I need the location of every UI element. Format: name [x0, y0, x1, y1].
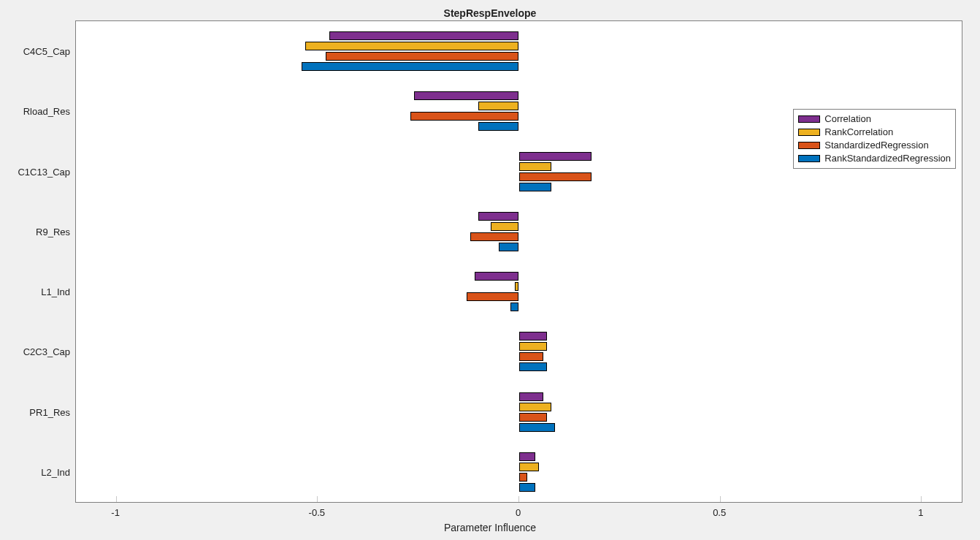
bar — [519, 483, 535, 492]
legend-item: RankStandardizedRegression — [798, 152, 951, 165]
bar — [519, 473, 527, 482]
x-tick-label: 0.5 — [713, 507, 726, 518]
legend-swatch — [798, 155, 820, 162]
legend-item: Correlation — [798, 113, 951, 126]
bar — [410, 112, 519, 121]
bar — [519, 342, 548, 351]
bar — [519, 352, 543, 361]
bar — [302, 62, 519, 71]
bar — [519, 403, 551, 411]
bar — [519, 162, 551, 171]
legend: CorrelationRankCorrelationStandardizedRe… — [793, 109, 956, 169]
chart-title: StepRespEnvelope — [0, 7, 980, 19]
plot-area: C4C5_CapRload_ResC1C13_CapR9_ResL1_IndC2… — [75, 20, 962, 503]
bar — [478, 122, 518, 131]
bar — [519, 423, 556, 432]
x-tick — [921, 496, 922, 502]
y-tick-label: L1_Ind — [41, 286, 70, 297]
legend-label: RankStandardizedRegression — [824, 152, 951, 165]
bar — [519, 172, 592, 181]
legend-item: RankCorrelation — [798, 126, 951, 139]
y-tick-label: C2C3_Cap — [23, 346, 70, 357]
bar — [519, 413, 548, 422]
legend-swatch — [798, 115, 820, 123]
bar — [478, 102, 518, 110]
bar — [519, 362, 548, 371]
legend-swatch — [798, 142, 820, 149]
x-tick-label-row: -1-0.500.51 — [75, 507, 962, 520]
bar — [467, 292, 519, 301]
bar — [305, 42, 518, 50]
y-tick-label: PR1_Res — [29, 406, 70, 417]
bar — [329, 31, 518, 40]
x-tick — [720, 496, 721, 502]
bar — [478, 212, 518, 221]
legend-swatch — [798, 129, 820, 136]
x-tick-label: -0.5 — [309, 507, 325, 518]
bar — [519, 452, 535, 461]
bar — [510, 303, 518, 311]
legend-label: RankCorrelation — [824, 126, 893, 139]
x-tick — [518, 496, 519, 502]
bar — [499, 243, 519, 251]
y-tick-label: L2_Ind — [41, 466, 70, 477]
x-axis-label: Parameter Influence — [0, 522, 980, 533]
bar — [519, 183, 551, 191]
y-tick-label: C4C5_Cap — [23, 46, 70, 57]
y-tick-label: Rload_Res — [23, 106, 70, 117]
bar — [475, 272, 519, 281]
bar — [326, 52, 519, 61]
x-tick — [116, 496, 117, 502]
bar — [519, 152, 592, 161]
x-tick-label: 0 — [516, 507, 521, 518]
bar — [515, 282, 519, 291]
legend-item: StandardizedRegression — [798, 139, 951, 152]
legend-label: Correlation — [824, 113, 871, 126]
bar — [414, 91, 518, 100]
matlab-figure: StepRespEnvelope C4C5_CapRload_ResC1C13_… — [0, 0, 980, 540]
x-tick-label: 1 — [918, 507, 923, 518]
x-tick-label: -1 — [111, 507, 120, 518]
x-tick — [317, 496, 318, 502]
bar — [519, 463, 540, 471]
bar — [470, 232, 518, 241]
bar — [491, 222, 519, 231]
y-tick-label: R9_Res — [36, 226, 70, 237]
bar — [519, 392, 543, 401]
y-tick-label: C1C13_Cap — [18, 166, 70, 177]
legend-label: StandardizedRegression — [824, 139, 928, 152]
bar — [519, 332, 548, 341]
